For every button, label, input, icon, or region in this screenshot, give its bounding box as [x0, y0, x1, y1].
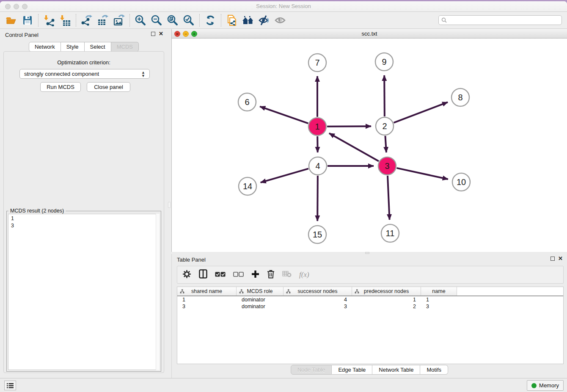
- mcds-result-text[interactable]: 1 3: [8, 214, 160, 370]
- graph-edge-2-8[interactable]: [394, 102, 448, 122]
- close-panel-icon[interactable]: ✕: [558, 257, 563, 261]
- network-canvas[interactable]: 7968124314101511: [172, 39, 567, 252]
- save-icon[interactable]: [19, 13, 36, 28]
- table-panel: Table Panel ✕: [171, 254, 567, 378]
- mcds-result-title: MCDS result (2 nodes): [8, 208, 66, 214]
- table-cell[interactable]: 1: [177, 296, 237, 303]
- graph-edge-2-3[interactable]: [385, 136, 386, 152]
- tab-network-table[interactable]: Network Table: [372, 365, 420, 375]
- memory-label: Memory: [539, 382, 559, 389]
- delete-table-icon[interactable]: [282, 271, 292, 279]
- tab-style[interactable]: Style: [61, 42, 85, 52]
- function-builder-icon[interactable]: f(x): [299, 271, 309, 279]
- column-header-MCDS-role[interactable]: MCDS role: [237, 287, 284, 295]
- refresh-icon[interactable]: [202, 13, 218, 28]
- import-network-icon[interactable]: [41, 13, 57, 28]
- select-all-icon[interactable]: [215, 271, 226, 279]
- column-header-shared-name[interactable]: shared name: [177, 287, 237, 295]
- node-label-3: 3: [385, 161, 389, 171]
- graph-edge-4-15[interactable]: [317, 176, 318, 221]
- column-visibility-icon[interactable]: [199, 269, 207, 280]
- app-window: Session: New Session: [0, 1, 567, 392]
- control-panel-title: Control Panel: [5, 32, 39, 38]
- add-column-icon[interactable]: [251, 270, 259, 280]
- optimization-criterion-label: Optimization criterion:: [4, 59, 164, 66]
- vertical-splitter[interactable]: [168, 29, 171, 378]
- titlebar: Session: New Session: [0, 1, 567, 12]
- node-label-6: 6: [245, 97, 249, 107]
- export-network-icon[interactable]: [79, 13, 95, 28]
- run-mcds-button[interactable]: Run MCDS: [40, 82, 81, 92]
- mcds-result-fieldset: MCDS result (2 nodes) 1 3: [6, 211, 161, 372]
- tab-mcds[interactable]: MCDS: [111, 42, 139, 52]
- close-panel-button[interactable]: Close panel: [87, 82, 130, 92]
- splitter-grip[interactable]: [168, 202, 171, 208]
- window-title: Session: New Session: [0, 3, 567, 9]
- export-table-icon[interactable]: [95, 13, 111, 28]
- selected-criterion: strongly connected component: [24, 71, 99, 77]
- graph-edge-4-14[interactable]: [261, 168, 308, 182]
- node-label-10: 10: [457, 177, 466, 187]
- optimization-criterion-select[interactable]: strongly connected component ▲▼: [19, 69, 150, 79]
- open-folder-icon[interactable]: [3, 13, 19, 28]
- close-panel-icon[interactable]: ✕: [159, 32, 163, 36]
- table-row[interactable]: 1dominator411: [177, 296, 563, 303]
- mcds-panel: Optimization criterion: strongly connect…: [3, 51, 164, 373]
- node-label-9: 9: [382, 57, 386, 66]
- table-cell[interactable]: 3: [421, 303, 457, 310]
- node-label-7: 7: [315, 58, 319, 67]
- table-row[interactable]: 3dominator323: [177, 303, 563, 310]
- memory-button[interactable]: Memory: [527, 380, 564, 391]
- import-table-icon[interactable]: [57, 13, 73, 28]
- column-header-name[interactable]: name: [421, 287, 457, 295]
- graph-edge-1-6[interactable]: [260, 107, 308, 124]
- table-cell[interactable]: 1: [352, 296, 421, 303]
- toolbar-separator: [129, 14, 130, 27]
- network-window-titlebar: ✕ – + scc.txt: [172, 29, 567, 39]
- float-panel-icon[interactable]: [550, 257, 555, 261]
- zoom-in-icon[interactable]: [132, 13, 149, 28]
- table-header-row: shared nameMCDS rolesuccessor nodesprede…: [177, 287, 563, 296]
- hide-selected-icon[interactable]: [256, 13, 272, 28]
- tab-select[interactable]: Select: [85, 42, 111, 52]
- delete-column-icon[interactable]: [267, 270, 275, 280]
- zoom-out-icon[interactable]: [149, 13, 165, 28]
- tab-node-table[interactable]: Node Table: [291, 365, 332, 375]
- graph-edge-1-2[interactable]: [327, 126, 371, 127]
- graph-edge-3-1[interactable]: [329, 133, 379, 161]
- export-image-icon[interactable]: [111, 13, 127, 28]
- graph-edges: [260, 75, 448, 221]
- result-scrollbar[interactable]: [156, 214, 160, 370]
- deselect-all-icon[interactable]: [233, 271, 244, 279]
- network-title: scc.txt: [172, 30, 567, 37]
- column-header-successor-nodes[interactable]: successor nodes: [284, 287, 352, 295]
- table-cell[interactable]: dominator: [237, 296, 284, 303]
- table-cell[interactable]: 3: [284, 303, 352, 310]
- first-neighbors-icon[interactable]: [240, 13, 256, 28]
- table-cell[interactable]: 2: [352, 303, 421, 310]
- search-container: [438, 15, 562, 25]
- clone-network-icon[interactable]: [224, 13, 240, 28]
- graph-edge-3-10[interactable]: [396, 168, 448, 179]
- zoom-fit-icon[interactable]: [165, 13, 181, 28]
- node-label-4: 4: [315, 161, 320, 171]
- tab-edge-table[interactable]: Edge Table: [332, 365, 372, 375]
- table-cell[interactable]: 4: [284, 296, 352, 303]
- tab-motifs[interactable]: Motifs: [420, 365, 448, 375]
- table-cell[interactable]: dominator: [237, 303, 284, 310]
- tab-network[interactable]: Network: [29, 42, 61, 52]
- node-label-15: 15: [313, 230, 322, 239]
- node-table: shared nameMCDS rolesuccessor nodesprede…: [177, 287, 564, 364]
- show-all-icon[interactable]: [272, 13, 288, 28]
- float-panel-icon[interactable]: [151, 32, 155, 36]
- task-history-button[interactable]: [4, 381, 16, 390]
- search-input[interactable]: [438, 15, 562, 25]
- toolbar-separator: [76, 14, 76, 27]
- graph-edge-3-11[interactable]: [388, 176, 390, 220]
- graph-edge-2-9[interactable]: [384, 75, 385, 116]
- table-cell[interactable]: 3: [177, 303, 237, 310]
- zoom-selected-icon[interactable]: [181, 13, 197, 28]
- table-options-icon[interactable]: [182, 270, 191, 280]
- table-cell[interactable]: 1: [421, 296, 457, 303]
- column-header-predecessor-nodes[interactable]: predecessor nodes: [352, 287, 421, 295]
